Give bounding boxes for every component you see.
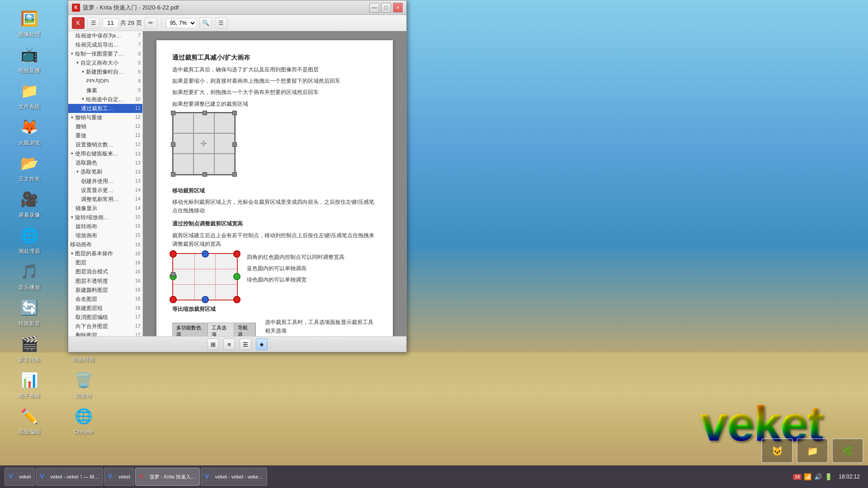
toc-item-layer-opacity[interactable]: 图层不透明度 16 <box>68 277 142 286</box>
desktop-icon-wps[interactable]: 📂 王文件夹 <box>2 149 57 185</box>
content-para1: 如果是要缩小，则直接对着画布上拖拽出一个想要留下的区域然后回车 <box>172 77 377 85</box>
toc-item-set-undo-count[interactable]: 设置撤销次数… 12 <box>68 140 142 149</box>
tray-volume-icon[interactable]: 🔊 <box>813 472 822 481</box>
window-minimize-button[interactable]: — <box>369 3 379 13</box>
taskbar-app-veket1[interactable]: V veket <box>5 468 35 486</box>
desktop-icon-file-system[interactable]: 📁 文件系统 <box>2 77 57 113</box>
zoom-select[interactable]: 95, 7% <box>166 18 197 28</box>
toc-item-delete-layer[interactable]: 删除图层 17 <box>68 331 142 336</box>
toolbar-search-button[interactable]: 🔍 <box>199 17 212 29</box>
toc-item-new-paint-layer[interactable]: 新建颜料图层 16 <box>68 286 142 295</box>
toc-item-set-display[interactable]: 设置显示更… 14 <box>68 186 142 195</box>
taskbar-app-krita[interactable]: K 菠萝 - Krita 快速入… <box>135 468 199 486</box>
desktop-icon-browser[interactable]: 🌐 测处理器 <box>2 221 57 258</box>
toc-item-move-canvas[interactable]: 移动画布 15 <box>68 240 142 249</box>
tab-navigator[interactable]: 导航器 <box>234 323 255 336</box>
crop-label-1: 四角的红色圆内控制点可以同时调整宽高 <box>247 253 377 262</box>
pdf-content-area: 通过裁剪工具减小/扩大画布 选中裁剪工具后，确保勾选了扩大以及应用到图像而不是图… <box>143 31 406 336</box>
toc-item-pick-color[interactable]: 选取颜色 13 <box>68 158 142 167</box>
window-close-button[interactable]: × <box>393 3 403 13</box>
desktop-icon-recycle[interactable]: 🗑️ 回收站 <box>57 366 111 402</box>
toolbar-toc-toggle[interactable]: ☰ <box>87 17 100 29</box>
desktop-icon-firefox[interactable]: 🦊 火狐浏览 <box>2 113 57 149</box>
taskbar-app-label-veket3: veket <box>118 474 130 479</box>
pdf-page: 通过裁剪工具减小/扩大画布 选中裁剪工具后，确保勾选了扩大以及应用到图像而不是图… <box>156 40 393 336</box>
toc-item-redo[interactable]: 重做 12 <box>68 131 142 140</box>
toc-item-custom-canvas[interactable]: ▼ 自定义画布大小 9 <box>68 58 142 67</box>
toc-item-layer-basic[interactable]: ▼ 图层的基本操作 16 <box>68 249 142 258</box>
tray-thumb-2[interactable]: 📁 <box>797 438 828 463</box>
taskbar-app-veket4[interactable]: V veket - veket - veke… <box>201 468 267 486</box>
toc-item-adjust-brush[interactable]: 调整笔刷常用… 14 <box>68 195 142 204</box>
pdf-footer: ⊞ ≡ ☰ ★ <box>68 336 406 352</box>
toc-item-new-layer-group[interactable]: 新建图层组 16 <box>68 304 142 313</box>
window-maximize-button[interactable]: □ <box>381 3 391 13</box>
taskbar-app-veket3[interactable]: V veket <box>104 468 134 486</box>
toc-item-merge-down[interactable]: 向下合并图层 17 <box>68 322 142 331</box>
toc-item-zoom-canvas[interactable]: 缩放画布 15 <box>68 231 142 240</box>
toc-item-pixel[interactable]: 像素 9 <box>68 86 142 95</box>
footer-list-button[interactable]: ≡ <box>223 338 235 350</box>
desktop-icon-excel[interactable]: 📊 电子表格 <box>2 366 57 402</box>
toc-item-create-use[interactable]: 创建并使用… 13 <box>68 177 142 186</box>
toc-sidebar: 绘画途中保存为k… 7 绘画完成后导出… 7 ▼ 绘制一张图需要了… 9 ▼ 自… <box>68 31 143 336</box>
toc-item-draw-needs[interactable]: ▼ 绘制一张图需要了… 9 <box>68 49 142 58</box>
toc-item-export[interactable]: 绘画完成后导出… 7 <box>68 40 142 49</box>
footer-outline-button[interactable]: ☰ <box>240 338 251 350</box>
toc-item-pick-brush[interactable]: ▼ 选取笔刷 13 <box>68 167 142 176</box>
tab-multi-color[interactable]: 多功能数色器 <box>173 323 208 336</box>
tray-signal-icon[interactable]: 📶 <box>803 472 812 481</box>
content-main-title: 通过裁剪工具减小/扩大画布 <box>172 54 377 62</box>
desktop-icon-screen-record[interactable]: 🎥 屏幕录像 <box>2 185 57 221</box>
toc-item-mirror[interactable]: 镜像显示 14 <box>68 204 142 213</box>
toolbar-icon-left[interactable]: K <box>72 17 85 29</box>
taskbar-app-label-krita: 菠萝 - Krita 快速入… <box>150 474 195 480</box>
desktop-icon-convert-audio[interactable]: 🔄 转换影音 <box>2 294 57 330</box>
toc-item-crop-tool[interactable]: 通过裁剪工… 11 <box>68 104 142 113</box>
toc-item-draw-mid-custom[interactable]: ▼ 绘画途中自定… 10 <box>68 95 142 104</box>
desktop-icon-chrome[interactable]: 🌐 Chrome <box>57 402 111 438</box>
content-red-instruction: 选中裁剪工具后，确保勾选了扩大以及应用到图像而不是图层 <box>172 66 377 74</box>
taskbar-app-label-veket2: veket - veket！— M… <box>50 474 99 480</box>
toolbar-separator-1 <box>161 19 162 28</box>
search-icon: 🔍 <box>202 19 209 26</box>
footer-grid-button[interactable]: ⊞ <box>207 338 219 350</box>
toc-item-undo-redo[interactable]: ▼ 撤销与重做 12 <box>68 113 142 122</box>
taskbar-app-icon-krita: K <box>139 473 147 481</box>
toolbar-draw-button[interactable]: ✏ <box>145 17 157 29</box>
toc-item-layer[interactable]: 图层 16 <box>68 258 142 267</box>
toc-item-name-layer[interactable]: 命名图层 16 <box>68 295 142 304</box>
desktop-icon-tv-live[interactable]: 📺 电视直播 <box>2 41 57 77</box>
taskbar-app-icon-veket4: V <box>205 473 213 481</box>
system-clock: 18:02:12 <box>835 473 863 481</box>
toc-item-rotate-canvas[interactable]: 旋转画布 15 <box>68 222 142 231</box>
tray-icons: 34 📶 🔊 🔋 <box>793 472 833 481</box>
content-section2: 通过控制点调整裁剪区域宽高 <box>172 220 377 228</box>
toc-item-save-mid[interactable]: 绘画途中保存为k… 7 <box>68 31 142 40</box>
taskbar-right: 34 📶 🔊 🔋 18:02:12 <box>793 472 863 481</box>
tab-tool-options[interactable]: 工具选项 <box>208 323 234 336</box>
toc-item-ppi-dpi[interactable]: PPI与DPI 9 <box>68 76 142 85</box>
page-total-label: 共 29 页 <box>120 19 142 27</box>
toc-item-right-panel[interactable]: ▼ 使用右键面板来… 13 <box>68 149 142 158</box>
content-para5: 裁剪区域建立后边上会有若干控制点，移动到控制点上后按住左键/压感笔点住拖拽来调整… <box>172 231 377 249</box>
page-number-input[interactable] <box>103 18 118 28</box>
taskbar-app-icon-veket3: V <box>108 473 116 481</box>
toc-item-rotate-zoom[interactable]: ▼ 旋转/缩放画… 15 <box>68 213 142 222</box>
toc-item-ungroup-layer[interactable]: 取消图层编组 17 <box>68 313 142 322</box>
tray-battery-icon[interactable]: 🔋 <box>824 472 833 481</box>
toc-item-new-auto[interactable]: ▼ 新建图像时自… 9 <box>68 67 142 76</box>
desktop-icon-image-process[interactable]: 🖼️ 图像处理 <box>2 5 57 41</box>
toc-item-undo[interactable]: 撤销 12 <box>68 122 142 131</box>
toc-item-layer-blend[interactable]: 图层混合模式 16 <box>68 267 142 276</box>
desktop-icon-music[interactable]: 🎵 音乐播放 <box>2 258 57 294</box>
desktop-icon-advanced-edit[interactable]: ✏️ 高级编辑 <box>2 402 57 438</box>
pdf-viewer-window: K 菠萝 - Krita 快速入门 - 2020-6-22.pdf — □ × … <box>68 0 407 352</box>
tool-desc-text: 选中裁剪工具时，工具选项面板显示裁剪工具相关选项 要等比缩放裁剪区域，把宽高后面… <box>265 318 377 336</box>
footer-bookmark-button[interactable]: ★ <box>256 338 268 350</box>
taskbar-app-veket2[interactable]: V veket - veket！— M… <box>36 468 103 486</box>
tray-thumb-3[interactable]: 🌿 <box>832 438 863 463</box>
desktop-icon-video-convert[interactable]: 🎬 影音转换 <box>2 330 57 366</box>
tray-thumb-1[interactable]: 🐱 <box>761 438 793 463</box>
toolbar-menu-button[interactable]: ☰ <box>215 17 227 29</box>
